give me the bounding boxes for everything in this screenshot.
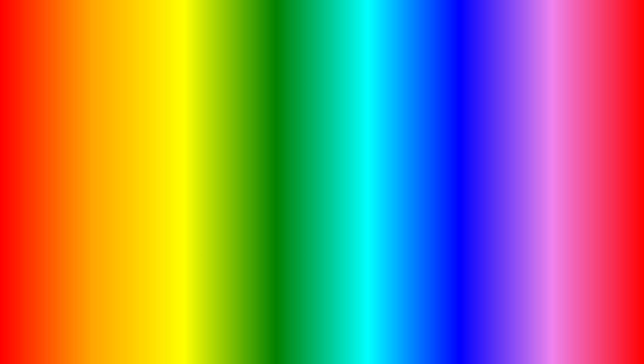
sidebar-btn-stats[interactable]: Stats xyxy=(35,177,57,185)
char-body xyxy=(305,120,339,180)
svg-text:S: S xyxy=(38,113,49,131)
sidebar-btn-main[interactable]: Main xyxy=(35,147,57,155)
auto-buy-chip-label: Auto Buy Chip Dungeon xyxy=(487,147,534,152)
blox-fruits-logo-br: BLOX FRUITS xyxy=(541,290,608,335)
bottom-auto-farm: AUTO FARM xyxy=(67,309,294,351)
fast-attack-label: Fast Attack xyxy=(65,143,87,148)
sidebar-btn-right-player[interactable]: Player xyxy=(457,147,478,155)
start-auto-farm-checkbox[interactable] xyxy=(181,130,185,135)
select-weapon-box[interactable]: Select Weapon : Electric Claw ⇅ xyxy=(62,159,189,168)
svg-point-5 xyxy=(576,304,582,309)
svg-point-4 xyxy=(568,304,573,309)
svg-rect-11 xyxy=(567,293,582,297)
panel-left-main: ScriptBlox Hub Start Auto Farm Fast Atta… xyxy=(58,110,192,229)
kill-aura-checkbox[interactable] xyxy=(599,187,604,191)
char-head xyxy=(309,93,335,120)
refresh-weapon-label: Refresh Weapon xyxy=(65,173,98,178)
auto-buy-chip-btn[interactable]: Auto Buy Chip Dungeon xyxy=(484,144,607,155)
panel-right-title: ScriptBlox Hub xyxy=(484,113,607,121)
setting-label: \\ Setting // xyxy=(62,153,189,157)
main-title: BLOX FRUITS xyxy=(3,13,641,76)
auto-start-dungeon-checkbox[interactable] xyxy=(599,161,604,165)
no-key-text: NO KEY !! xyxy=(346,99,468,137)
sidebar-btn-status[interactable]: Status xyxy=(35,137,57,145)
sidebar-btn-weapons[interactable]: Weapons xyxy=(35,157,57,165)
panel-left-title: ScriptBlox Hub xyxy=(62,113,189,121)
panel-right-logo: S xyxy=(458,113,476,133)
svg-rect-7 xyxy=(571,313,573,317)
background-scene: BLOX FRUITS NO KEY !! S Status xyxy=(3,3,641,361)
sidebar-btn-right-fruit-esp[interactable]: Fruit + Esp xyxy=(457,177,478,185)
svg-text:S: S xyxy=(459,113,470,131)
kill-aura-btn[interactable]: Kill Aura xyxy=(484,183,607,194)
select-dungeon-label: Select Dungeon : Quake xyxy=(487,135,531,140)
select-dungeon-arrows: ⇅ xyxy=(600,135,604,140)
auto-next-island-btn[interactable]: Auto Next Island xyxy=(484,170,607,181)
svg-rect-9 xyxy=(577,313,579,317)
sidebar-btn-right-dungeon[interactable]: Dungeon xyxy=(457,167,478,175)
panel-right-main: ScriptBlox Hub Use in Dungeon Only: Sele… xyxy=(480,110,611,229)
auto-start-dungeon-label: Auto Start Dungeon xyxy=(487,160,525,165)
refresh-weapon-btn[interactable]: Refresh Weapon xyxy=(62,170,189,181)
sidebar-btn-racev4[interactable]: Race V4 xyxy=(35,167,57,175)
svg-text:BLOX FRUITS: BLOX FRUITS xyxy=(544,323,606,333)
kill-aura-label: Kill Aura xyxy=(487,186,503,191)
panel-left-logo: S xyxy=(36,113,54,133)
auto-start-dungeon-btn[interactable]: Auto Start Dungeon xyxy=(484,157,607,168)
sidebar-btn-right-stats[interactable]: Stats xyxy=(457,137,478,145)
bf-logo-svg: BLOX FRUITS xyxy=(541,290,608,333)
select-weapon-label: Select Weapon : Electric Claw xyxy=(65,161,119,166)
sidebar-btn-right-teleport[interactable]: Teleport xyxy=(457,157,478,165)
use-in-dungeon-label: Use in Dungeon Only: xyxy=(484,127,607,131)
svg-rect-8 xyxy=(574,313,576,317)
select-weapon-arrows: ⇅ xyxy=(182,161,185,166)
auto-next-island-label: Auto Next Island xyxy=(487,173,519,178)
panel-right-divider xyxy=(484,124,607,124)
select-dungeon-box[interactable]: Select Dungeon : Quake ⇅ xyxy=(484,133,607,142)
auto-buy-chip-checkbox[interactable] xyxy=(599,148,604,152)
start-auto-farm-btn[interactable]: Start Auto Farm xyxy=(62,127,189,138)
fast-attack-checkbox[interactable] xyxy=(181,143,185,148)
char-legs xyxy=(305,176,339,216)
panel-right: S Stats Player Teleport Dungeon Fruit + … xyxy=(454,110,611,230)
fast-attack-btn[interactable]: Fast Attack xyxy=(62,140,189,151)
panel-left-divider xyxy=(62,124,189,124)
start-auto-farm-label: Start Auto Farm xyxy=(65,130,96,135)
panel-left: S Status Main Weapons Race V4 Stats Scri… xyxy=(33,110,193,230)
auto-next-island-checkbox[interactable] xyxy=(599,174,604,178)
bottom-script: SCRIPT xyxy=(301,313,415,347)
